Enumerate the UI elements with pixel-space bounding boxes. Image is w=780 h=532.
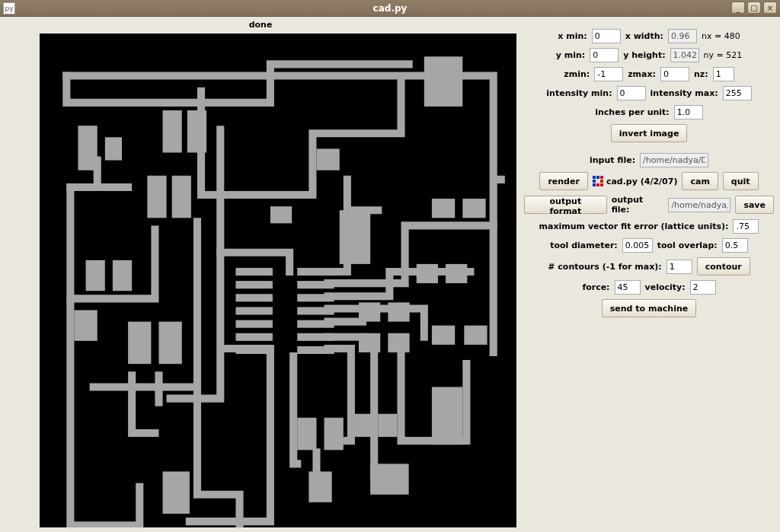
svg-rect-33 [270,206,292,223]
close-button[interactable]: × [763,2,777,14]
contours-input[interactable] [667,260,692,274]
input-file-label: input file: [590,155,635,165]
client-area: done [0,17,780,532]
nx-label: nx = 480 [702,31,740,41]
overlap-input[interactable] [722,238,748,253]
svg-rect-34 [235,268,272,276]
svg-rect-3 [105,137,122,160]
xmin-label: x min: [558,31,587,41]
output-file-label: output file: [612,195,664,215]
imax-label: intensity max: [651,88,718,98]
ymin-label: y min: [556,50,585,60]
cam-button[interactable]: cam [682,172,718,190]
svg-rect-0 [40,33,516,527]
svg-rect-37 [235,307,272,314]
svg-rect-22 [432,199,455,218]
zmin-label: zmin: [564,69,590,79]
ipu-label: inches per unit: [595,107,669,117]
svg-rect-19 [378,414,397,437]
nz-label: nz: [694,69,708,79]
ymin-input[interactable] [590,48,619,62]
svg-rect-26 [432,326,455,345]
send-button[interactable]: send to machine [602,299,697,317]
maxerr-label: maximum vector fit error (lattice units)… [539,221,729,231]
svg-rect-10 [74,310,97,340]
svg-rect-35 [235,281,272,288]
pcb-canvas[interactable] [40,33,516,527]
svg-rect-7 [172,176,191,218]
force-label: force: [582,282,609,292]
render-button[interactable]: render [539,172,587,190]
svg-rect-23 [462,199,485,218]
svg-rect-31 [388,333,409,352]
imin-input[interactable] [617,86,646,100]
zmin-input[interactable] [594,67,623,81]
input-file-input[interactable] [640,153,708,167]
zmax-input[interactable] [660,67,689,81]
window-title: cad.py [0,3,780,14]
svg-rect-36 [235,294,272,301]
maximize-button[interactable]: □ [747,2,761,14]
invert-button[interactable]: invert image [611,124,688,142]
svg-rect-16 [297,418,316,450]
svg-rect-6 [147,176,166,218]
overlap-label: tool overlap: [657,241,718,250]
logo-icon [593,176,603,186]
svg-rect-39 [235,333,272,341]
contours-label: # contours (-1 for max): [548,262,661,272]
left-pane: done [2,18,519,530]
velocity-label: velocity: [645,282,686,292]
svg-rect-4 [163,110,182,153]
maxerr-input[interactable] [733,219,759,234]
quit-button[interactable]: quit [723,172,759,190]
imax-input[interactable] [723,86,752,100]
output-file-input[interactable] [668,198,730,212]
svg-rect-12 [158,322,181,365]
yheight-label: y height: [623,50,665,60]
minimize-button[interactable]: _ [731,2,745,14]
svg-rect-20 [432,387,462,444]
app-icon: py [3,2,15,14]
tooldia-label: tool diameter: [550,241,618,250]
velocity-input[interactable] [690,280,716,295]
xmin-input[interactable] [592,29,621,43]
svg-rect-13 [163,472,190,514]
xwidth-input[interactable] [668,29,697,43]
yheight-input[interactable] [670,48,699,62]
save-button[interactable]: save [735,196,774,214]
ny-label: ny = 521 [704,50,743,60]
titlebar: py cad.py _ □ × [0,0,780,17]
tooldia-input[interactable] [622,238,653,253]
ipu-input[interactable] [674,105,703,119]
svg-rect-27 [464,326,487,345]
zmax-label: zmax: [628,69,656,79]
svg-rect-32 [316,148,339,170]
svg-rect-9 [113,260,132,291]
app-version: cad.py (4/2/07) [593,176,678,186]
output-format-button[interactable]: output format [524,196,607,214]
svg-rect-38 [235,320,272,328]
controls-panel: x min: x width: nx = 480 y min: y height… [519,18,778,530]
force-input[interactable] [615,280,641,295]
nz-input[interactable] [713,67,734,81]
svg-rect-8 [86,260,105,291]
svg-rect-11 [128,322,151,365]
svg-rect-17 [324,418,344,450]
pcb-render [40,33,516,527]
imin-label: intensity min: [546,88,612,98]
contour-button[interactable]: contour [697,257,750,276]
status-label: done [2,18,519,32]
xwidth-label: x width: [625,31,663,41]
svg-rect-1 [424,56,462,107]
